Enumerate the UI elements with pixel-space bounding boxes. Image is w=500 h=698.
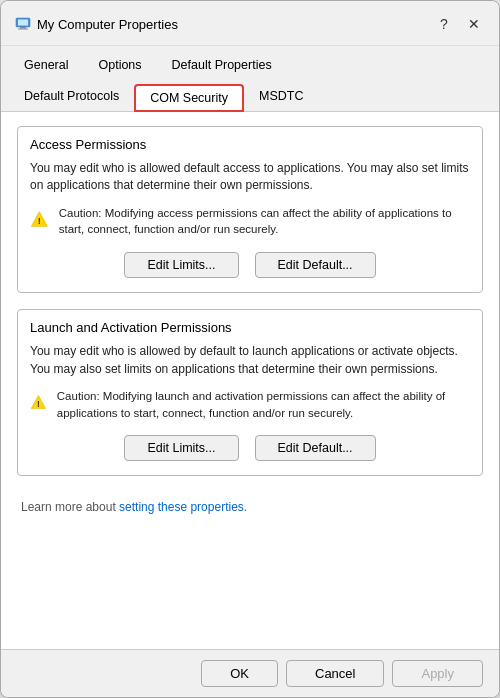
warning-icon-launch: ! bbox=[30, 388, 47, 416]
tab-general[interactable]: General bbox=[9, 52, 83, 77]
title-bar-controls: ? ✕ bbox=[431, 11, 487, 37]
tabs-row-1: General Options Default Properties bbox=[1, 46, 499, 77]
title-bar: My Computer Properties ? ✕ bbox=[1, 1, 499, 46]
launch-permissions-desc: You may edit who is allowed by default t… bbox=[30, 343, 470, 378]
learn-more-prefix: Learn more about bbox=[21, 500, 119, 514]
svg-rect-1 bbox=[18, 20, 28, 26]
close-button[interactable]: ✕ bbox=[461, 11, 487, 37]
tab-options[interactable]: Options bbox=[83, 52, 156, 77]
help-button[interactable]: ? bbox=[431, 11, 457, 37]
access-caution-box: ! Caution: Modifying access permissions … bbox=[30, 205, 470, 238]
window-title: My Computer Properties bbox=[37, 17, 178, 32]
access-permissions-title: Access Permissions bbox=[30, 137, 470, 152]
warning-icon-access: ! bbox=[30, 205, 49, 233]
learn-more-section: Learn more about setting these propertie… bbox=[17, 492, 483, 518]
access-edit-default-button[interactable]: Edit Default... bbox=[255, 252, 376, 278]
svg-rect-2 bbox=[20, 27, 26, 29]
launch-edit-default-button[interactable]: Edit Default... bbox=[255, 435, 376, 461]
svg-text:!: ! bbox=[38, 216, 41, 226]
access-edit-limits-button[interactable]: Edit Limits... bbox=[124, 252, 238, 278]
tabs-row-2: Default Protocols COM Security MSDTC bbox=[1, 77, 499, 112]
svg-text:!: ! bbox=[37, 399, 40, 409]
launch-caution-box: ! Caution: Modifying launch and activati… bbox=[30, 388, 470, 421]
tab-default-protocols[interactable]: Default Protocols bbox=[9, 83, 134, 111]
svg-rect-3 bbox=[18, 29, 28, 30]
access-btn-row: Edit Limits... Edit Default... bbox=[30, 252, 470, 278]
footer: OK Cancel Apply bbox=[1, 649, 499, 697]
tab-msdtc[interactable]: MSDTC bbox=[244, 83, 318, 111]
learn-more-link[interactable]: setting these properties bbox=[119, 500, 244, 514]
apply-button[interactable]: Apply bbox=[392, 660, 483, 687]
launch-edit-limits-button[interactable]: Edit Limits... bbox=[124, 435, 238, 461]
launch-caution-text: Caution: Modifying launch and activation… bbox=[57, 388, 470, 421]
launch-permissions-section: Launch and Activation Permissions You ma… bbox=[17, 309, 483, 476]
learn-more-suffix: . bbox=[244, 500, 247, 514]
tab-default-properties[interactable]: Default Properties bbox=[157, 52, 287, 77]
title-bar-left: My Computer Properties bbox=[15, 16, 178, 32]
access-permissions-desc: You may edit who is allowed default acce… bbox=[30, 160, 470, 195]
window: My Computer Properties ? ✕ General Optio… bbox=[0, 0, 500, 698]
main-content: Access Permissions You may edit who is a… bbox=[1, 112, 499, 649]
access-caution-text: Caution: Modifying access permissions ca… bbox=[59, 205, 470, 238]
ok-button[interactable]: OK bbox=[201, 660, 278, 687]
computer-icon bbox=[15, 16, 31, 32]
launch-permissions-title: Launch and Activation Permissions bbox=[30, 320, 470, 335]
tab-com-security[interactable]: COM Security bbox=[134, 84, 244, 112]
access-permissions-section: Access Permissions You may edit who is a… bbox=[17, 126, 483, 293]
launch-btn-row: Edit Limits... Edit Default... bbox=[30, 435, 470, 461]
cancel-button[interactable]: Cancel bbox=[286, 660, 384, 687]
